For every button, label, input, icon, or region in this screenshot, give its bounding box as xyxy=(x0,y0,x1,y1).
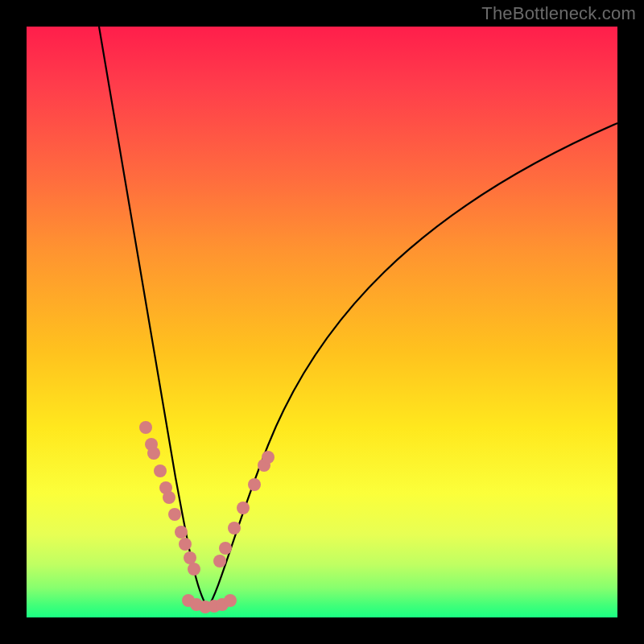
svg-point-16 xyxy=(224,594,237,607)
svg-point-17 xyxy=(213,555,226,568)
svg-point-0 xyxy=(139,421,152,434)
plot-area xyxy=(27,27,617,617)
svg-point-3 xyxy=(154,464,167,477)
svg-point-6 xyxy=(168,508,181,521)
svg-point-21 xyxy=(248,478,261,491)
curve-layer xyxy=(27,27,617,617)
svg-point-5 xyxy=(163,491,175,504)
svg-point-10 xyxy=(188,563,200,576)
svg-point-8 xyxy=(179,538,192,551)
svg-point-18 xyxy=(219,542,232,555)
svg-point-9 xyxy=(184,551,196,564)
svg-point-7 xyxy=(175,526,188,539)
bottleneck-curve xyxy=(99,27,617,608)
svg-point-19 xyxy=(228,522,241,535)
watermark-text: TheBottleneck.com xyxy=(481,3,636,24)
chart-frame: TheBottleneck.com xyxy=(0,0,644,644)
svg-point-2 xyxy=(147,447,160,460)
marker-group xyxy=(139,421,275,613)
svg-point-20 xyxy=(237,502,250,514)
svg-point-23 xyxy=(262,451,275,464)
